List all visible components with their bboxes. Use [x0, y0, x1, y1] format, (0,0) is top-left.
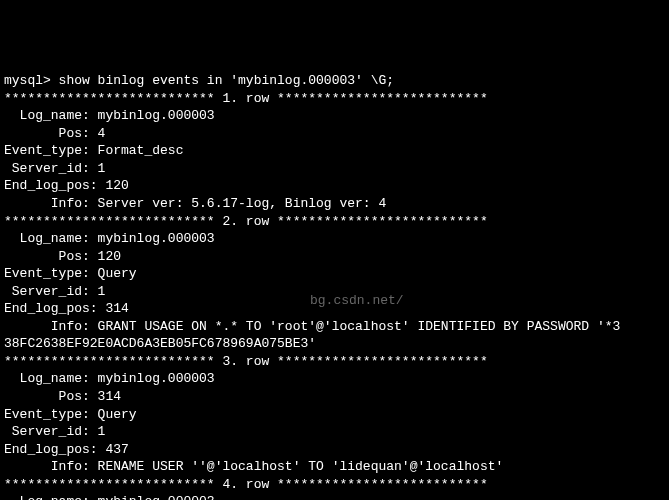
field-line: Pos: 120 [4, 248, 665, 266]
field-line: Log_name: mybinlog.000003 [4, 493, 665, 500]
field-line: Pos: 4 [4, 125, 665, 143]
row-separator: *************************** 2. row *****… [4, 213, 665, 231]
field-line: Server_id: 1 [4, 423, 665, 441]
field-line: Pos: 314 [4, 388, 665, 406]
field-line: Event_type: Query [4, 265, 665, 283]
row-separator: *************************** 3. row *****… [4, 353, 665, 371]
field-line: Log_name: mybinlog.000003 [4, 107, 665, 125]
field-line: Event_type: Query [4, 406, 665, 424]
field-line: Info: GRANT USAGE ON *.* TO 'root'@'loca… [4, 318, 665, 336]
field-line: End_log_pos: 120 [4, 177, 665, 195]
field-line: End_log_pos: 437 [4, 441, 665, 459]
terminal-output: mysql> show binlog events in 'mybinlog.0… [4, 72, 665, 500]
field-line: Log_name: mybinlog.000003 [4, 230, 665, 248]
field-line: Event_type: Format_desc [4, 142, 665, 160]
row-separator: *************************** 1. row *****… [4, 90, 665, 108]
field-line: 38FC2638EF92E0ACD6A3EB05FC678969A075BE3' [4, 335, 665, 353]
mysql-prompt: mysql> show binlog events in 'mybinlog.0… [4, 72, 665, 90]
field-line: Info: Server ver: 5.6.17-log, Binlog ver… [4, 195, 665, 213]
row-separator: *************************** 4. row *****… [4, 476, 665, 494]
field-line: Server_id: 1 [4, 160, 665, 178]
watermark-text: bg.csdn.net/ [310, 292, 404, 310]
field-line: Log_name: mybinlog.000003 [4, 370, 665, 388]
field-line: Info: RENAME USER ''@'localhost' TO 'lid… [4, 458, 665, 476]
